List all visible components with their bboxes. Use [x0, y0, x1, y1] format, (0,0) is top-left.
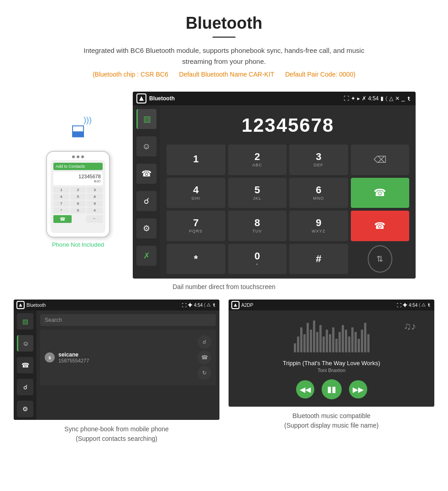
pb-search-btn[interactable]: ☌ — [17, 379, 33, 395]
key-transfer[interactable]: ⇅ — [368, 245, 392, 273]
key-call[interactable]: ☎ — [351, 178, 410, 208]
phone-dot — [81, 155, 84, 158]
music-next-btn[interactable]: ▶▶ — [349, 380, 367, 398]
description-text: Integrated with BC6 Bluetooth module, su… — [69, 45, 379, 67]
music-home-icon — [234, 304, 237, 307]
statusbar-left: Bluetooth — [136, 93, 175, 103]
music-play-btn[interactable]: ▮▮ — [322, 379, 342, 399]
phone-key-star: * — [53, 207, 69, 213]
key-star[interactable]: * — [167, 244, 225, 274]
key-0[interactable]: 0 + — [228, 244, 287, 274]
pb-dialpad-btn[interactable]: ▧ — [17, 313, 33, 330]
android-dial-screen: Bluetooth ⛶ ✦ ▸ ✗ 4:54 ▮ 〈 △ ✕ ⎯ ⮬ ▧ — [133, 92, 416, 279]
key-6[interactable]: 6 MNO — [289, 178, 348, 208]
pb-contacts-btn[interactable]: ☺ — [17, 335, 33, 351]
music-status-icons: ⛶ ✦ — [397, 303, 407, 308]
key-4[interactable]: 4 GHI — [167, 178, 225, 208]
music-item: A2DP ⛶ ✦ 4:54 〈 △ ⮬ ♫♪ Trippin (That's T… — [229, 300, 434, 444]
pb-contact-phone: 15875554277 — [58, 358, 194, 363]
keypad-grid: 1 2 ABC 3 DEF ⌫ — [167, 145, 409, 274]
eq-bar — [326, 330, 328, 352]
eq-bar — [319, 325, 322, 352]
call-icon: ☎ — [374, 187, 386, 199]
eq-bar — [345, 330, 347, 352]
phonebook-caption-line2: (Support contacts searching) — [76, 435, 157, 442]
camera-icon: ▮ — [380, 95, 384, 102]
pb-dialpad-icon: ▧ — [22, 318, 28, 325]
eq-bar — [364, 323, 366, 352]
bluetooth-sidebar-icon: ✗ — [143, 251, 150, 261]
music-note-icon: ♫♪ — [404, 320, 417, 332]
phone-mockup: Add to Contacts 12345678 BJC 1 2 3 4 5 6… — [46, 151, 110, 238]
phone-not-included-label: Phone Not Included — [52, 241, 104, 248]
page-title: Bluetooth — [9, 14, 439, 33]
phonebook-search[interactable]: Search — [40, 314, 216, 326]
pb-call-contact-btn[interactable]: ☎ — [198, 351, 211, 364]
pb-calls-btn[interactable]: ☎ — [17, 357, 33, 373]
phone-key-5: 5 — [70, 194, 86, 200]
key-7[interactable]: 7 PQRS — [167, 211, 225, 241]
sidebar-bluetooth[interactable]: ✗ — [136, 246, 156, 266]
title-divider — [213, 36, 235, 38]
eq-bar — [297, 336, 299, 352]
key-8[interactable]: 8 TUV — [228, 211, 287, 241]
home-icon — [139, 96, 144, 101]
android-statusbar: Bluetooth ⛶ ✦ ▸ ✗ 4:54 ▮ 〈 △ ✕ ⎯ ⮬ — [133, 92, 416, 105]
sidebar-contacts[interactable]: ☺ — [136, 136, 156, 156]
key-backspace[interactable]: ⌫ — [351, 145, 410, 175]
key-3[interactable]: 3 DEF — [289, 145, 348, 175]
music-home-btn[interactable] — [231, 301, 240, 309]
eq-bar — [316, 332, 318, 352]
eq-bar — [323, 336, 325, 352]
settings-icon: ⚙ — [143, 223, 150, 233]
sidebar-dialpad[interactable]: ▧ — [136, 109, 156, 129]
pb-search-icon: ☌ — [23, 383, 27, 391]
statusbar-right: ⛶ ✦ ▸ ✗ 4:54 ▮ 〈 △ ✕ ⎯ ⮬ — [344, 95, 412, 102]
pb-time: 4:54 — [194, 303, 203, 308]
sidebar-settings[interactable]: ⚙ — [136, 218, 156, 238]
key-2[interactable]: 2 ABC — [228, 145, 287, 175]
music-body: ♫♪ Trippin (That's The Way Love Works) T… — [229, 310, 434, 407]
phone-aside: ))) ⬓ Add to Contacts 12345678 BJC 1 2 — [32, 92, 124, 248]
x-icon: ✕ — [395, 95, 400, 102]
pb-contact-row: s seicane 15875554277 ☌ ☎ ↻ — [40, 330, 216, 385]
phonebook-statusbar: Bluetooth ⛶ ✦ 4:54 〈 △ ⮬ — [14, 300, 219, 310]
key-5[interactable]: 5 JKL — [228, 178, 287, 208]
key-end-call[interactable]: ☎ — [351, 211, 410, 241]
eq-bar — [335, 339, 338, 352]
phonebook-main: Search s seicane 15875554277 ☌ ☎ ↻ — [36, 310, 219, 420]
key-1[interactable]: 1 — [167, 145, 225, 175]
pb-home-btn[interactable] — [16, 301, 25, 309]
dial-main: 12345678 1 2 ABC 3 DEF — [160, 105, 416, 279]
phone-key-3: 3 — [87, 187, 103, 193]
eq-icon: △ — [389, 95, 393, 102]
backspace-icon: ⌫ — [374, 154, 386, 165]
spec-chip: (Bluetooth chip : CSR BC6 — [93, 71, 168, 78]
volume-icon: 〈 — [385, 95, 387, 102]
pb-refresh-btn[interactable]: ↻ — [198, 366, 211, 380]
key-9[interactable]: 9 WXYZ — [289, 211, 348, 241]
home-button[interactable] — [136, 93, 146, 103]
eq-bar — [367, 334, 370, 352]
pb-home-icon — [19, 304, 22, 307]
back-icon: ⮬ — [406, 95, 412, 102]
pb-settings-icon: ⚙ — [22, 405, 28, 413]
sidebar-calls[interactable]: ☎ — [136, 164, 156, 184]
main-section: ))) ⬓ Add to Contacts 12345678 BJC 1 2 — [0, 92, 448, 279]
key-hash[interactable]: # — [289, 244, 348, 274]
pb-search-contact-btn[interactable]: ☌ — [198, 335, 211, 349]
calls-icon: ☎ — [141, 169, 151, 179]
bottom-section: Bluetooth ⛶ ✦ 4:54 〈 △ ⮬ ▧ ☺ — [0, 300, 448, 444]
eq-bar — [332, 327, 334, 352]
eq-bar — [339, 332, 341, 352]
music-prev-btn[interactable]: ◀◀ — [296, 380, 314, 398]
music-time: 4:54 — [409, 303, 417, 308]
bt-specs: (Bluetooth chip : CSR BC6 Default Blueto… — [9, 71, 439, 78]
pb-settings-btn[interactable]: ⚙ — [17, 401, 33, 417]
sidebar-search[interactable]: ☌ — [136, 191, 156, 211]
pb-contact-letter: s — [45, 352, 55, 362]
phone-key-9: 9 — [87, 201, 103, 207]
eq-bar — [354, 332, 357, 352]
eq-bars — [294, 320, 370, 352]
phone-number-display: 12345678 BJC — [53, 172, 103, 185]
